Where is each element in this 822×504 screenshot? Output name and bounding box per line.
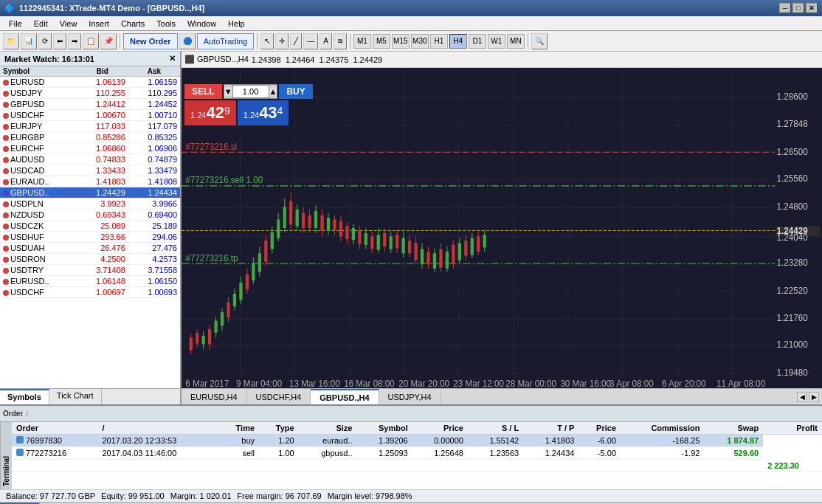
tf-m1[interactable]: M1: [353, 34, 371, 49]
toolbar-btn-7[interactable]: 📌: [100, 33, 117, 49]
lot-input[interactable]: [232, 85, 269, 98]
fib-tool[interactable]: ≋: [334, 33, 347, 49]
buy-sup: 4: [277, 105, 283, 117]
market-watch-row[interactable]: EURUSD.. 1.06148 1.06150: [0, 276, 180, 287]
lot-decrease[interactable]: ▼: [224, 87, 232, 96]
market-watch-row[interactable]: USDTRY 3.71408 3.71558: [0, 265, 180, 276]
tf-h4[interactable]: H4: [449, 34, 467, 49]
mw-ask: 0.69400: [128, 210, 180, 221]
mw-bid: 4.2500: [77, 254, 128, 265]
market-watch-row[interactable]: USDHUF 293.66 294.06: [0, 232, 180, 243]
menu-file[interactable]: File: [3, 18, 28, 30]
col-type: Type: [259, 422, 299, 435]
order-row[interactable]: 76997830 2017.03.20 12:33:53 buy 1.20 eu…: [12, 435, 822, 447]
menu-help[interactable]: Help: [222, 18, 251, 30]
chart-tab-next[interactable]: ▶: [809, 392, 819, 402]
tf-w1[interactable]: W1: [488, 34, 505, 49]
order-swap: -168.25: [621, 435, 704, 447]
market-watch-row[interactable]: EURCHF 1.06860 1.06906: [0, 143, 180, 154]
toolbar: 📁 📊 ⟳ ⬅ ➡ 📋 📌 New Order 🔵 AutoTrading ↖ …: [0, 31, 822, 52]
minimize-button[interactable]: ─: [779, 3, 791, 13]
svg-text:1.26500: 1.26500: [777, 146, 808, 157]
buy-button[interactable]: BUY: [279, 84, 312, 99]
auto-trading-button[interactable]: AutoTrading: [197, 33, 255, 49]
new-order-icon[interactable]: 🔵: [179, 33, 196, 49]
tf-m5[interactable]: M5: [373, 34, 390, 49]
chart-tab-gbpusd[interactable]: GBPUSD.,H4: [311, 389, 379, 405]
market-watch-close[interactable]: ✕: [169, 54, 176, 63]
svg-text:3 Apr 08:00: 3 Apr 08:00: [609, 378, 654, 388]
chart-tab-prev[interactable]: ◀: [797, 392, 807, 402]
crosshair-tool[interactable]: ✛: [275, 33, 289, 49]
menu-charts[interactable]: Charts: [115, 18, 151, 30]
toolbar-btn-6[interactable]: 📋: [83, 33, 99, 49]
market-watch-row[interactable]: GBPUSD.. 1.24429 1.24434: [0, 187, 180, 199]
tf-h1[interactable]: H1: [430, 34, 448, 49]
close-button[interactable]: ✕: [806, 3, 818, 13]
mw-ask: 1.06159: [128, 77, 180, 88]
text-tool[interactable]: A: [320, 33, 332, 49]
market-watch-row[interactable]: EURGBP 0.85286 0.85325: [0, 132, 180, 143]
tab-tick-chart[interactable]: Tick Chart: [49, 389, 102, 404]
market-watch-row[interactable]: USDCZK 25.089 25.189: [0, 221, 180, 232]
market-watch-tabs: Symbols Tick Chart: [0, 388, 180, 404]
toolbar-btn-5[interactable]: ➡: [68, 33, 81, 49]
maximize-button[interactable]: □: [792, 3, 804, 13]
mw-ask: 117.079: [128, 121, 180, 132]
market-watch-row[interactable]: AUDUSD 0.74833 0.74879: [0, 154, 180, 165]
market-watch-row[interactable]: USDPLN 3.9923 3.9966: [0, 199, 180, 210]
new-order-button[interactable]: New Order: [123, 33, 178, 49]
line-tool[interactable]: ╱: [290, 33, 302, 49]
mw-ask: 1.41808: [128, 176, 180, 187]
mw-bid: 117.033: [77, 121, 128, 132]
market-watch-row[interactable]: GBPUSD 1.24412 1.24452: [0, 99, 180, 110]
balance-bar: Balance: 97 727.70 GBP Equity: 99 951.00…: [0, 489, 822, 503]
tf-d1[interactable]: D1: [469, 34, 486, 49]
mw-ask: 1.06150: [128, 276, 180, 287]
market-watch-row[interactable]: USDCAD 1.33433 1.33479: [0, 165, 180, 176]
chart-tab-usdjpy[interactable]: USDJPY,H4: [379, 389, 441, 405]
mw-bid: 1.06148: [77, 276, 128, 287]
market-watch-row[interactable]: USDRON 4.2500 4.2573: [0, 254, 180, 265]
lot-increase[interactable]: ▲: [269, 87, 277, 96]
tf-m15[interactable]: M15: [392, 34, 410, 49]
cursor-tool[interactable]: ↖: [260, 33, 274, 49]
market-watch-row[interactable]: EURJPY 117.033 117.079: [0, 121, 180, 132]
svg-text:11 Apr 08:00: 11 Apr 08:00: [716, 378, 765, 388]
col-order: Order: [12, 422, 97, 435]
menu-window[interactable]: Window: [182, 18, 222, 30]
chart-tab-eurusd[interactable]: EURUSD,H4: [182, 389, 247, 405]
tf-mn[interactable]: MN: [507, 34, 525, 49]
market-watch-row[interactable]: USDCHF 1.00670 1.00710: [0, 110, 180, 121]
tab-symbols[interactable]: Symbols: [0, 389, 49, 404]
order-row[interactable]: 772273216 2017.04.03 11:46:00 sell 1.00 …: [12, 447, 822, 460]
market-watch-row[interactable]: USDUAH 26.476 27.476: [0, 243, 180, 254]
mw-bid: 26.476: [77, 243, 128, 254]
menu-insert[interactable]: Insert: [83, 18, 115, 30]
menu-tools[interactable]: Tools: [151, 18, 182, 30]
market-watch-table: Symbol Bid Ask EURUSD 1.06139 1.06159 US…: [0, 66, 180, 298]
toolbar-btn-2[interactable]: 📊: [21, 33, 37, 49]
tf-m30[interactable]: M30: [411, 34, 429, 49]
zoom-in[interactable]: 🔍: [531, 33, 548, 49]
title-text: 1122945341: XTrade-MT4 Demo - [GBPUSD..,…: [19, 4, 204, 13]
market-watch-row[interactable]: NZDUSD 0.69343 0.69400: [0, 210, 180, 221]
mw-ask: 110.295: [128, 88, 180, 99]
market-watch-row[interactable]: EURUSD 1.06139 1.06159: [0, 77, 180, 88]
mw-ask: 3.9966: [128, 199, 180, 210]
menu-view[interactable]: View: [54, 18, 83, 30]
title-bar-left: 🔷 1122945341: XTrade-MT4 Demo - [GBPUSD.…: [4, 4, 204, 13]
toolbar-btn-4[interactable]: ⬅: [53, 33, 66, 49]
market-watch-row[interactable]: USDJPY 110.255 110.295: [0, 88, 180, 99]
market-watch-row[interactable]: EURAUD.. 1.41803 1.41808: [0, 176, 180, 187]
hline-tool[interactable]: —: [303, 33, 318, 49]
svg-text:1.28600: 1.28600: [777, 92, 808, 103]
price-display: 1.24429 1.24434: [184, 100, 313, 125]
sell-button[interactable]: SELL: [184, 84, 222, 99]
toolbar-btn-1[interactable]: 📁: [3, 33, 19, 49]
toolbar-btn-3[interactable]: ⟳: [38, 33, 52, 49]
title-bar-controls[interactable]: ─ □ ✕: [779, 3, 818, 13]
menu-edit[interactable]: Edit: [28, 18, 54, 30]
chart-tab-usdchf[interactable]: USDCHF,H4: [247, 389, 311, 405]
market-watch-row[interactable]: USDCHF 1.00697 1.00693: [0, 287, 180, 298]
